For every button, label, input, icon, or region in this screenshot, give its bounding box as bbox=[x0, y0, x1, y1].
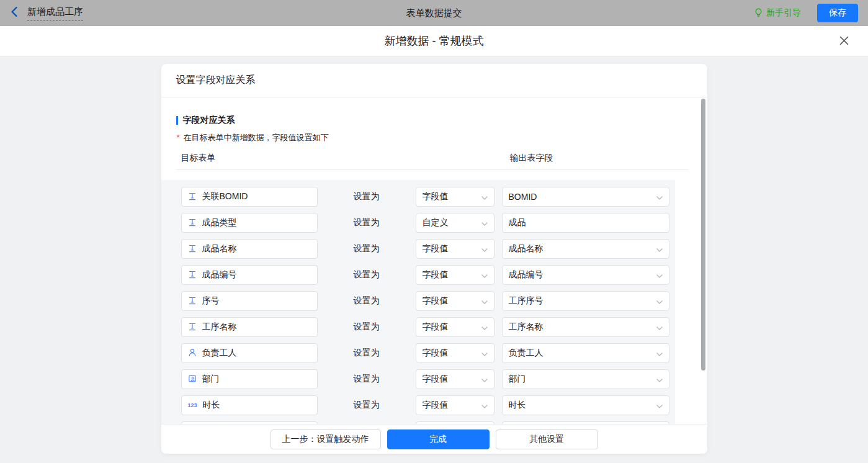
output-field-select[interactable]: 成品名称 bbox=[502, 239, 669, 259]
department-icon bbox=[188, 374, 197, 385]
target-field[interactable]: 部门 bbox=[181, 369, 318, 389]
chevron-down-icon bbox=[656, 400, 663, 410]
close-button[interactable] bbox=[837, 35, 851, 48]
output-value: 工序序号 bbox=[509, 295, 544, 307]
target-field[interactable]: 关联BOMID bbox=[181, 187, 318, 207]
value-mode-select[interactable]: 字段值 bbox=[416, 317, 494, 337]
guide-label: 新手引导 bbox=[766, 7, 801, 19]
required-note: *在目标表单中新增数据，字段值设置如下 bbox=[177, 132, 692, 143]
target-field-label: 关联BOMID bbox=[202, 191, 248, 202]
column-header-target: 目标表单 bbox=[181, 153, 216, 164]
text-field-icon bbox=[188, 322, 197, 333]
chevron-down-icon bbox=[656, 192, 663, 202]
target-field-label: 时长 bbox=[203, 400, 220, 411]
output-field-select[interactable]: 时长 bbox=[502, 395, 669, 415]
chevron-down-icon bbox=[656, 374, 663, 384]
target-field-label: 工序名称 bbox=[202, 321, 237, 333]
mode-value: 字段值 bbox=[423, 191, 449, 202]
target-field[interactable]: 成品编号 bbox=[181, 265, 318, 285]
output-value: 负责工人 bbox=[509, 348, 544, 359]
value-mode-select[interactable]: 字段值 bbox=[416, 239, 494, 259]
save-button[interactable]: 保存 bbox=[817, 4, 858, 22]
chevron-down-icon bbox=[481, 192, 488, 202]
set-as-label: 设置为 bbox=[354, 243, 380, 254]
beginner-guide-link[interactable]: 新手引导 bbox=[754, 7, 801, 19]
text-field-icon bbox=[188, 218, 197, 228]
column-header-output: 输出表字段 bbox=[510, 153, 553, 164]
target-field[interactable]: 成品类型 bbox=[181, 213, 318, 233]
card-header-title: 设置字段对应关系 bbox=[161, 64, 707, 97]
divider bbox=[176, 169, 689, 170]
set-as-label: 设置为 bbox=[354, 295, 380, 307]
value-mode-select[interactable]: 字段值 bbox=[416, 395, 494, 415]
value-mode-select[interactable]: 字段值 bbox=[416, 369, 494, 389]
target-field-label: 成品名称 bbox=[202, 243, 237, 254]
chevron-down-icon bbox=[656, 296, 663, 306]
section-title: 字段对应关系 bbox=[176, 115, 692, 126]
mode-value: 字段值 bbox=[423, 243, 449, 254]
target-field[interactable]: 工序名称 bbox=[181, 317, 318, 337]
chevron-down-icon bbox=[481, 348, 488, 358]
chevron-down-icon bbox=[481, 400, 488, 410]
text-field-icon bbox=[188, 244, 197, 254]
mode-value: 字段值 bbox=[423, 269, 449, 281]
mapping-row: 部门 设置为 字段值 部门 bbox=[181, 369, 675, 389]
output-field-select[interactable]: 负责工人 bbox=[502, 343, 669, 363]
target-field[interactable]: 成品名称 bbox=[181, 239, 318, 259]
other-settings-button[interactable]: 其他设置 bbox=[496, 429, 598, 449]
set-as-label: 设置为 bbox=[354, 321, 380, 333]
card-footer: 上一步：设置触发动作 完成 其他设置 bbox=[161, 424, 707, 454]
target-field-label: 成品编号 bbox=[202, 269, 237, 281]
card-content: 字段对应关系 *在目标表单中新增数据，字段值设置如下 目标表单 输出表字段 关联… bbox=[161, 97, 707, 424]
section-accent-bar bbox=[176, 116, 178, 125]
set-as-label: 设置为 bbox=[354, 269, 380, 281]
output-field-select[interactable] bbox=[502, 421, 669, 424]
output-field-select[interactable]: 工序名称 bbox=[502, 317, 669, 337]
output-field-select[interactable]: 部门 bbox=[502, 369, 669, 389]
vertical-scrollbar[interactable] bbox=[701, 99, 705, 371]
target-field[interactable]: 序号 bbox=[181, 291, 318, 311]
modal-header: 新增数据 - 常规模式 bbox=[0, 26, 868, 56]
output-value: BOMID bbox=[509, 192, 537, 202]
value-mode-select[interactable]: 自定义 bbox=[416, 213, 494, 233]
target-field-label: 成品类型 bbox=[202, 217, 237, 228]
output-field-select[interactable]: 成品编号 bbox=[502, 265, 669, 285]
previous-step-button[interactable]: 上一步：设置触发动作 bbox=[271, 429, 381, 449]
mapping-row: 序号 设置为 字段值 工序序号 bbox=[181, 291, 675, 311]
chevron-down-icon bbox=[656, 322, 663, 332]
mapping-row: 工序名称 设置为 字段值 工序名称 bbox=[181, 317, 675, 337]
output-value: 成品编号 bbox=[509, 269, 544, 281]
chevron-down-icon bbox=[481, 218, 488, 228]
output-value: 成品 bbox=[509, 217, 526, 228]
mode-value: 自定义 bbox=[423, 217, 449, 228]
value-mode-select[interactable] bbox=[416, 421, 494, 424]
output-field-select[interactable]: 工序序号 bbox=[502, 291, 669, 311]
output-value: 工序名称 bbox=[509, 321, 544, 333]
target-field[interactable]: 123 时长 bbox=[181, 395, 318, 415]
output-value: 成品名称 bbox=[509, 243, 544, 254]
chevron-down-icon bbox=[481, 322, 488, 332]
target-field[interactable] bbox=[181, 421, 318, 424]
chevron-down-icon bbox=[656, 244, 663, 254]
text-field-icon bbox=[188, 296, 197, 307]
mode-value: 字段值 bbox=[423, 374, 449, 385]
top-bar: 新增成品工序 表单数据提交 新手引导 保存 bbox=[0, 0, 868, 26]
mode-value: 字段值 bbox=[423, 321, 449, 333]
mapping-row: 123 时长 设置为 字段值 时长 bbox=[181, 395, 675, 415]
chevron-down-icon bbox=[481, 244, 488, 254]
output-field-select[interactable]: BOMID bbox=[502, 187, 669, 207]
finish-button[interactable]: 完成 bbox=[387, 429, 490, 449]
value-mode-select[interactable]: 字段值 bbox=[416, 343, 494, 363]
mode-value: 字段值 bbox=[423, 348, 449, 359]
output-value: 部门 bbox=[509, 374, 526, 385]
section-title-text: 字段对应关系 bbox=[183, 115, 235, 126]
value-mode-select[interactable]: 字段值 bbox=[416, 291, 494, 311]
value-mode-select[interactable]: 字段值 bbox=[416, 265, 494, 285]
note-text: 在目标表单中新增数据，字段值设置如下 bbox=[184, 133, 329, 142]
lightbulb-icon bbox=[754, 7, 763, 19]
output-custom-input[interactable]: 成品 bbox=[502, 213, 669, 233]
set-as-label: 设置为 bbox=[354, 374, 380, 385]
value-mode-select[interactable]: 字段值 bbox=[416, 187, 494, 207]
target-field[interactable]: 负责工人 bbox=[181, 343, 318, 363]
field-mapping-rows-panel: 关联BOMID 设置为 字段值 BOMID bbox=[161, 180, 675, 424]
